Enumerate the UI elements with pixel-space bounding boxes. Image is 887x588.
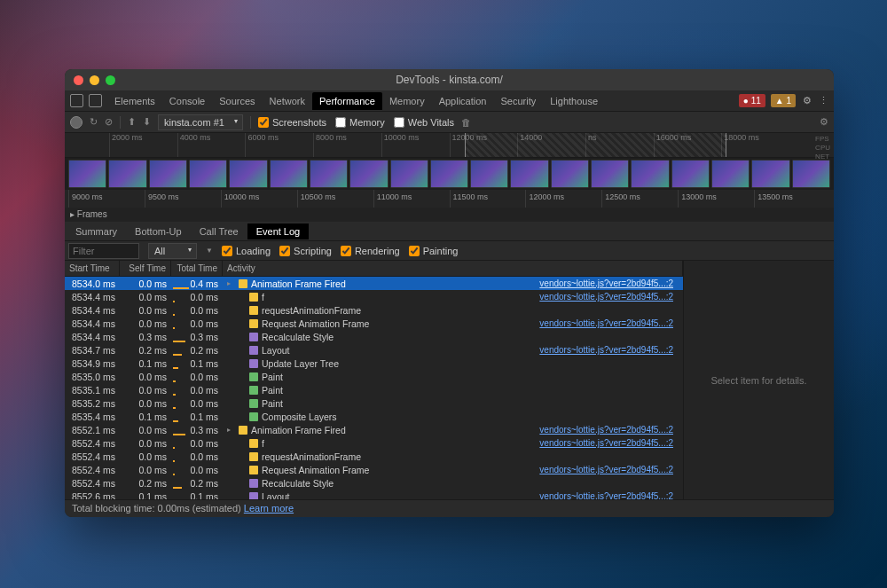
- filmstrip-thumb[interactable]: [108, 160, 146, 188]
- filmstrip-thumb[interactable]: [229, 160, 267, 188]
- filmstrip-thumb[interactable]: [390, 160, 428, 188]
- download-icon[interactable]: ⬇: [143, 116, 151, 128]
- tab-lighthouse[interactable]: Lighthouse: [543, 92, 605, 110]
- event-row[interactable]: 8534.4 ms0.0 ms0.0 msrequestAnimationFra…: [65, 303, 683, 317]
- col-activity[interactable]: Activity: [223, 261, 683, 276]
- event-log-grid: Start Time Self Time Total Time Activity…: [65, 261, 683, 499]
- event-row[interactable]: 8534.4 ms0.0 ms0.0 msRequest Animation F…: [65, 317, 683, 330]
- category-swatch: [249, 439, 258, 448]
- frames-track[interactable]: ▸ Frames: [65, 208, 834, 222]
- source-link[interactable]: vendors~lottie.js?ver=2bd94f5...:2: [539, 438, 679, 448]
- check-web-vitals[interactable]: Web Vitals: [394, 117, 454, 128]
- tab-sources[interactable]: Sources: [212, 92, 262, 110]
- filmstrip-thumb[interactable]: [68, 160, 106, 188]
- event-row[interactable]: 8552.4 ms0.2 ms0.2 msRecalculate Style: [65, 476, 683, 490]
- filter-rendering[interactable]: Rendering: [341, 246, 400, 256]
- source-link[interactable]: vendors~lottie.js?ver=2bd94f5...:2: [539, 465, 679, 474]
- filmstrip[interactable]: [65, 158, 834, 190]
- filter-loading[interactable]: Loading: [222, 246, 271, 256]
- tab-application[interactable]: Application: [432, 92, 494, 110]
- filmstrip-thumb[interactable]: [430, 160, 468, 188]
- recording-select[interactable]: kinsta.com #1: [158, 114, 243, 130]
- source-link[interactable]: vendors~lottie.js?ver=2bd94f5...:2: [539, 491, 679, 499]
- source-link[interactable]: vendors~lottie.js?ver=2bd94f5...:2: [539, 278, 679, 288]
- subtab-call-tree[interactable]: Call Tree: [191, 223, 247, 239]
- subtab-summary[interactable]: Summary: [67, 223, 126, 239]
- timeline-overview[interactable]: 2000 ms4000 ms6000 ms8000 ms10000 ms1200…: [65, 133, 834, 158]
- tab-memory[interactable]: Memory: [382, 92, 432, 110]
- settings-gear-icon[interactable]: ⚙: [820, 116, 828, 128]
- event-row[interactable]: 8534.4 ms0.0 ms0.0 msfvendors~lottie.js?…: [65, 290, 683, 303]
- filmstrip-thumb[interactable]: [551, 160, 589, 188]
- event-row[interactable]: 8535.0 ms0.0 ms0.0 msPaint: [65, 370, 683, 383]
- col-start-time[interactable]: Start Time: [65, 261, 120, 276]
- filter-painting[interactable]: Painting: [409, 246, 459, 256]
- reload-record-icon[interactable]: ↻: [90, 116, 98, 128]
- filmstrip-thumb[interactable]: [510, 160, 548, 188]
- event-row[interactable]: 8552.4 ms0.0 ms0.0 msfvendors~lottie.js?…: [65, 436, 683, 450]
- settings-icon[interactable]: ⚙: [803, 95, 812, 106]
- event-row[interactable]: 8552.4 ms0.0 ms0.0 msRequest Animation F…: [65, 463, 683, 476]
- source-link[interactable]: vendors~lottie.js?ver=2bd94f5...:2: [539, 345, 679, 355]
- inspect-icon[interactable]: [70, 94, 83, 107]
- clear-icon[interactable]: ⊘: [105, 116, 113, 128]
- filmstrip-thumb[interactable]: [189, 160, 227, 188]
- overview-selection[interactable]: [465, 133, 726, 157]
- filter-input[interactable]: [68, 243, 139, 259]
- devtools-window: DevTools - kinsta.com/ ElementsConsoleSo…: [65, 69, 834, 517]
- more-icon[interactable]: ⋮: [819, 95, 828, 106]
- filmstrip-thumb[interactable]: [270, 160, 308, 188]
- subtab-bottom-up[interactable]: Bottom-Up: [126, 223, 191, 239]
- filmstrip-thumb[interactable]: [310, 160, 348, 188]
- event-row[interactable]: 8552.4 ms0.0 ms0.0 msrequestAnimationFra…: [65, 450, 683, 463]
- check-memory[interactable]: Memory: [335, 117, 385, 128]
- learn-more-link[interactable]: Learn more: [244, 503, 294, 514]
- tab-elements[interactable]: Elements: [107, 92, 162, 110]
- filmstrip-thumb[interactable]: [591, 160, 629, 188]
- maximize-button[interactable]: [106, 75, 115, 85]
- close-button[interactable]: [74, 75, 83, 85]
- col-total-time[interactable]: Total Time: [171, 261, 223, 276]
- event-row[interactable]: 8534.4 ms0.3 ms0.3 msRecalculate Style: [65, 330, 683, 343]
- upload-icon[interactable]: ⬆: [128, 116, 136, 128]
- filter-scope[interactable]: All: [148, 243, 197, 259]
- event-row[interactable]: 8535.4 ms0.1 ms0.1 msComposite Layers: [65, 410, 683, 423]
- event-row[interactable]: 8535.1 ms0.0 ms0.0 msPaint: [65, 383, 683, 396]
- filmstrip-thumb[interactable]: [349, 160, 388, 188]
- error-badge[interactable]: ● 11: [739, 94, 765, 107]
- source-link[interactable]: vendors~lottie.js?ver=2bd94f5...:2: [539, 318, 679, 328]
- filmstrip-thumb[interactable]: [631, 160, 669, 188]
- tab-performance[interactable]: Performance: [312, 92, 382, 110]
- record-button[interactable]: [70, 116, 82, 129]
- subtab-event-log[interactable]: Event Log: [247, 223, 310, 239]
- filmstrip-thumb[interactable]: [792, 160, 830, 188]
- category-swatch: [249, 492, 258, 500]
- filmstrip-thumb[interactable]: [671, 160, 710, 188]
- tab-security[interactable]: Security: [493, 92, 543, 110]
- event-row[interactable]: 8534.7 ms0.2 ms0.2 msLayoutvendors~lotti…: [65, 343, 683, 357]
- event-row[interactable]: 8552.1 ms0.0 ms0.3 ms▸Animation Frame Fi…: [65, 423, 683, 436]
- check-screenshots[interactable]: Screenshots: [258, 117, 326, 128]
- event-row[interactable]: 8534.9 ms0.1 ms0.1 msUpdate Layer Tree: [65, 357, 683, 370]
- col-self-time[interactable]: Self Time: [120, 261, 171, 276]
- event-row[interactable]: 8535.2 ms0.0 ms0.0 msPaint: [65, 396, 683, 410]
- tab-network[interactable]: Network: [263, 92, 312, 110]
- minimize-button[interactable]: [90, 75, 99, 85]
- titlebar: DevTools - kinsta.com/: [65, 69, 834, 90]
- ruler-tick: 13500 ms: [754, 190, 830, 208]
- source-link[interactable]: vendors~lottie.js?ver=2bd94f5...:2: [539, 292, 679, 302]
- filmstrip-thumb[interactable]: [470, 160, 508, 188]
- source-link[interactable]: vendors~lottie.js?ver=2bd94f5...:2: [539, 425, 679, 435]
- filmstrip-thumb[interactable]: [149, 160, 187, 188]
- warning-badge[interactable]: ▲ 1: [771, 94, 796, 107]
- event-row[interactable]: 8552.6 ms0.1 ms0.1 msLayoutvendors~lotti…: [65, 490, 683, 499]
- tab-console[interactable]: Console: [162, 92, 212, 110]
- filmstrip-thumb[interactable]: [711, 160, 750, 188]
- device-toggle-icon[interactable]: [89, 94, 102, 107]
- filter-scripting[interactable]: Scripting: [279, 246, 332, 256]
- filmstrip-thumb[interactable]: [751, 160, 789, 188]
- grid-body[interactable]: 8534.0 ms0.0 ms0.4 ms▸Animation Frame Fi…: [65, 277, 683, 499]
- trash-icon[interactable]: 🗑: [461, 117, 471, 128]
- time-ruler[interactable]: 9000 ms9500 ms10000 ms10500 ms11000 ms11…: [65, 190, 834, 208]
- event-row[interactable]: 8534.0 ms0.0 ms0.4 ms▸Animation Frame Fi…: [65, 277, 683, 290]
